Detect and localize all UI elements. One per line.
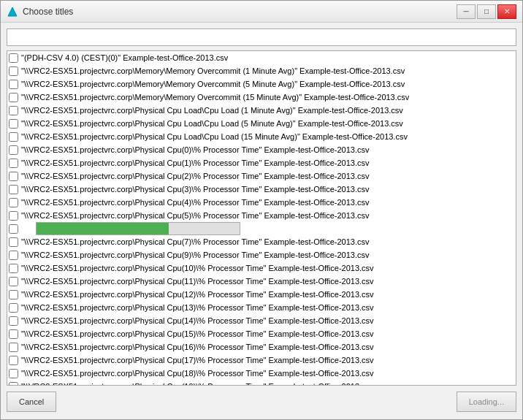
list-item[interactable] [7, 222, 516, 235]
list-item-checkbox[interactable] [9, 277, 18, 286]
list-item-text: "\\VRC2-ESX51.projectvrc.corp\Physical C… [21, 159, 370, 167]
list-item-checkbox[interactable] [9, 145, 18, 155]
progress-bar-container [36, 222, 240, 235]
list-item-checkbox[interactable] [9, 237, 18, 247]
list-item-checkbox[interactable] [9, 211, 18, 221]
list-item[interactable]: "\\VRC2-ESX51.projectvrc.corp\Memory\Mem… [7, 91, 516, 104]
list-item[interactable]: "\\VRC2-ESX51.projectvrc.corp\Physical C… [7, 314, 516, 327]
list-item-checkbox[interactable] [9, 316, 18, 326]
list-item[interactable]: "\\VRC2-ESX51.projectvrc.corp\Physical C… [7, 275, 516, 288]
list-item[interactable]: "\\VRC2-ESX51.projectvrc.corp\Physical C… [7, 169, 516, 183]
list-item-text: "\\VRC2-ESX51.projectvrc.corp\Physical C… [21, 369, 374, 378]
list-item[interactable]: "\\VRC2-ESX51.projectvrc.corp\Physical C… [7, 354, 516, 367]
list-item[interactable]: "(PDH-CSV 4.0) (CEST)(0)" Example-test-O… [7, 51, 516, 64]
maximize-button[interactable]: □ [477, 4, 496, 19]
list-item[interactable]: "\\VRC2-ESX51.projectvrc.corp\Physical C… [7, 209, 516, 222]
list-item-text: "\\VRC2-ESX51.projectvrc.corp\Memory\Mem… [21, 66, 405, 75]
list-item-text: "\\VRC2-ESX51.projectvrc.corp\Physical C… [21, 356, 374, 364]
search-input[interactable] [7, 28, 516, 46]
choose-titles-window: Choose titles ─ □ ✕ "(PDH-CSV 4.0) (CEST… [0, 0, 523, 420]
list-item-text: "\\VRC2-ESX51.projectvrc.corp\Physical C… [21, 198, 370, 207]
list-item-text: "\\VRC2-ESX51.projectvrc.corp\Physical C… [21, 316, 374, 325]
list-item[interactable]: "\\VRC2-ESX51.projectvrc.corp\Physical C… [7, 130, 516, 143]
loading-button: Loading... [457, 392, 516, 412]
list-item[interactable]: "\\VRC2-ESX51.projectvrc.corp\Physical C… [7, 261, 516, 275]
list-item-checkbox[interactable] [9, 93, 18, 102]
title-bar: Choose titles ─ □ ✕ [1, 1, 522, 23]
list-item[interactable]: "\\VRC2-ESX51.projectvrc.corp\Physical C… [7, 340, 516, 354]
list-item-text: "\\VRC2-ESX51.projectvrc.corp\Physical C… [21, 382, 374, 386]
list-item-text: "\\VRC2-ESX51.projectvrc.corp\Physical C… [21, 145, 370, 154]
list-item[interactable]: "\\VRC2-ESX51.projectvrc.corp\Physical C… [7, 143, 516, 156]
list-item[interactable]: "\\VRC2-ESX51.projectvrc.corp\Physical C… [7, 156, 516, 169]
list-item-checkbox[interactable] [9, 185, 18, 194]
list-item-text: "\\VRC2-ESX51.projectvrc.corp\Physical C… [21, 303, 374, 312]
items-list[interactable]: "(PDH-CSV 4.0) (CEST)(0)" Example-test-O… [7, 50, 516, 386]
list-item[interactable]: "\\VRC2-ESX51.projectvrc.corp\Physical C… [7, 288, 516, 301]
list-item[interactable]: "\\VRC2-ESX51.projectvrc.corp\Memory\Mem… [7, 77, 516, 91]
list-item[interactable]: "\\VRC2-ESX51.projectvrc.corp\Physical C… [7, 196, 516, 209]
window-controls: ─ □ ✕ [457, 4, 516, 19]
list-item-text: "\\VRC2-ESX51.projectvrc.corp\Memory\Mem… [21, 80, 405, 88]
list-item[interactable]: "\\VRC2-ESX51.projectvrc.corp\Physical C… [7, 248, 516, 261]
list-item-checkbox[interactable] [9, 132, 18, 142]
list-item-checkbox[interactable] [9, 382, 18, 386]
list-item-checkbox[interactable] [9, 369, 18, 378]
app-icon [7, 6, 18, 18]
list-item-checkbox[interactable] [9, 66, 18, 76]
footer: Cancel Loading... [7, 390, 516, 413]
list-item-text: "\\VRC2-ESX51.projectvrc.corp\Physical C… [21, 251, 370, 259]
list-item[interactable]: "\\VRC2-ESX51.projectvrc.corp\Physical C… [7, 367, 516, 380]
list-item-text: "\\VRC2-ESX51.projectvrc.corp\Physical C… [21, 329, 374, 338]
list-item-checkbox[interactable] [9, 80, 18, 89]
list-item[interactable]: "\\VRC2-ESX51.projectvrc.corp\Physical C… [7, 301, 516, 314]
window-title: Choose titles [23, 7, 73, 17]
list-item[interactable]: "\\VRC2-ESX51.projectvrc.corp\Physical C… [7, 235, 516, 248]
list-item-text: "\\VRC2-ESX51.projectvrc.corp\Physical C… [21, 264, 374, 272]
list-item-checkbox[interactable] [9, 198, 18, 207]
list-item-checkbox[interactable] [9, 224, 18, 234]
cancel-button[interactable]: Cancel [7, 392, 56, 412]
list-item-checkbox[interactable] [9, 264, 18, 273]
list-item-text: "\\VRC2-ESX51.projectvrc.corp\Physical C… [21, 119, 403, 128]
list-item-checkbox[interactable] [9, 290, 18, 299]
list-item-text: "\\VRC2-ESX51.projectvrc.corp\Physical C… [21, 185, 370, 194]
list-item-checkbox[interactable] [9, 159, 18, 168]
window-body: "(PDH-CSV 4.0) (CEST)(0)" Example-test-O… [1, 23, 522, 419]
list-item[interactable]: "\\VRC2-ESX51.projectvrc.corp\Physical C… [7, 327, 516, 340]
list-item-text: "\\VRC2-ESX51.projectvrc.corp\Physical C… [21, 211, 370, 220]
list-item-text: "\\VRC2-ESX51.projectvrc.corp\Physical C… [21, 172, 370, 180]
list-item[interactable]: "\\VRC2-ESX51.projectvrc.corp\Memory\Mem… [7, 64, 516, 77]
list-item[interactable]: "\\VRC2-ESX51.projectvrc.corp\Physical C… [7, 380, 516, 386]
title-bar-left: Choose titles [7, 6, 73, 18]
list-item-text: "\\VRC2-ESX51.projectvrc.corp\Physical C… [21, 132, 408, 141]
list-item-text: "\\VRC2-ESX51.projectvrc.corp\Physical C… [21, 277, 374, 286]
list-item[interactable]: "\\VRC2-ESX51.projectvrc.corp\Physical C… [7, 183, 516, 196]
close-button[interactable]: ✕ [497, 4, 516, 19]
list-item-text: "\\VRC2-ESX51.projectvrc.corp\Physical C… [21, 290, 374, 299]
list-item-checkbox[interactable] [9, 251, 18, 260]
list-item-checkbox[interactable] [9, 303, 18, 313]
list-item-checkbox[interactable] [9, 356, 18, 365]
list-item-checkbox[interactable] [9, 329, 18, 339]
list-item[interactable]: "\\VRC2-ESX51.projectvrc.corp\Physical C… [7, 104, 516, 117]
svg-marker-0 [8, 7, 17, 16]
list-item-text: "\\VRC2-ESX51.projectvrc.corp\Physical C… [21, 106, 403, 115]
list-item-checkbox[interactable] [9, 343, 18, 352]
list-item-checkbox[interactable] [9, 119, 18, 129]
list-item-text: "\\VRC2-ESX51.projectvrc.corp\Physical C… [21, 237, 370, 246]
list-item-checkbox[interactable] [9, 106, 18, 115]
list-item-checkbox[interactable] [9, 172, 18, 181]
minimize-button[interactable]: ─ [457, 4, 476, 19]
list-item-checkbox[interactable] [9, 53, 18, 63]
progress-bar-fill [37, 223, 169, 234]
list-item-text: "(PDH-CSV 4.0) (CEST)(0)" Example-test-O… [21, 53, 228, 62]
list-item-text: "\\VRC2-ESX51.projectvrc.corp\Physical C… [21, 343, 374, 351]
list-item[interactable]: "\\VRC2-ESX51.projectvrc.corp\Physical C… [7, 117, 516, 130]
list-item-text: "\\VRC2-ESX51.projectvrc.corp\Memory\Mem… [21, 93, 409, 102]
